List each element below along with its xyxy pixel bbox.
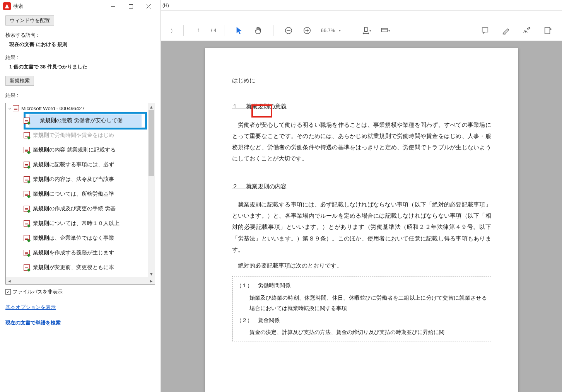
highlight-button[interactable]	[499, 23, 513, 38]
search-result-text: 業規則で労働時間や賃金をはじめ	[33, 132, 114, 139]
results-horizontal-scrollbar[interactable]: ◂ ▸	[6, 277, 155, 284]
search-result-item[interactable]: 業規則の内容は、法令及び当該事	[6, 172, 155, 187]
doc-p1: 労働者が安心して働ける明るい職場を作ることは、事業規模や業種を問わず、すべての事…	[232, 119, 491, 165]
result-pdf-icon	[24, 191, 30, 197]
page-number-input[interactable]	[191, 26, 206, 35]
fit-width-button[interactable]: ▾	[359, 23, 374, 38]
search-result-text: 業規則が変更前、変更後ともに本	[33, 264, 114, 271]
more-tools-button[interactable]	[540, 23, 555, 38]
query-label: 検索する語句 :	[5, 32, 155, 39]
result-label-b: 結果 :	[5, 92, 155, 99]
document-viewport[interactable]: はじめに １ 就業規則の意義 労働者が安心して働ける明るい職場を作ることは、事業…	[161, 41, 562, 392]
hide-filepath-checkbox[interactable]: ✓	[5, 289, 11, 295]
search-result-item[interactable]: 業規則が変更前、変更後ともに本	[6, 260, 155, 275]
search-result-text: 業規則は、企業単位ではなく事業	[33, 235, 114, 242]
result-pdf-icon	[24, 235, 30, 241]
pdf-page: はじめに １ 就業規則の意義 労働者が安心して働ける明るい職場を作ることは、事業…	[205, 48, 518, 392]
secondary-bar	[161, 11, 562, 20]
pdf-doc-icon	[13, 105, 19, 111]
menu-help[interactable]: (H)	[162, 3, 169, 8]
result-pdf-icon	[24, 147, 30, 153]
search-result-text: 業規則については、常時１０人以上	[33, 220, 120, 227]
search-result-text: 業規則に記載する事項には、必ず	[33, 161, 114, 168]
search-result-text: 業規則を作成する義務が生じます	[33, 249, 114, 256]
result-pdf-icon	[24, 118, 30, 124]
svg-rect-8	[381, 28, 387, 32]
page-display-button[interactable]: ▾	[378, 23, 392, 38]
search-result-item[interactable]: 業規則は、企業単位ではなく事業	[6, 231, 155, 245]
search-result-item[interactable]: 業規則の内容 就業規則に記載する	[6, 143, 155, 157]
minimize-button[interactable]	[104, 0, 122, 12]
result-pdf-icon	[24, 206, 30, 212]
doc-p3: 絶対的必要記載事項は次のとおりです。	[232, 260, 491, 271]
query-value: 現在の文書 における 規則	[5, 41, 155, 48]
doc-p2: 就業規則に記載する事項には、必ず記載しなければならない事項（以下「絶対的必要記載…	[232, 199, 491, 256]
result-pdf-icon	[24, 250, 30, 256]
svg-rect-7	[364, 27, 367, 31]
result-pdf-icon	[24, 264, 30, 271]
search-result-text: 業規則の内容 就業規則に記載する	[33, 147, 116, 153]
search-result-text: 業規則については、所轄労働基準	[33, 191, 114, 198]
hide-filepath-label: ファイルパスを非表示	[12, 288, 63, 295]
app-logo-icon	[3, 2, 11, 10]
select-tool-button[interactable]	[232, 23, 247, 38]
result-pdf-icon	[24, 162, 30, 168]
search-title: 検索	[13, 3, 104, 10]
chevron-down-icon[interactable]: ⌄	[7, 105, 13, 111]
zoom-out-button[interactable]	[281, 23, 296, 38]
search-result-item[interactable]: 業規則の作成及び変更の手続 労基	[6, 201, 155, 216]
scroll-up-icon[interactable]: ▴	[148, 103, 155, 110]
search-hit-marker	[251, 104, 272, 118]
search-result-item[interactable]: 業規則については、所轄労働基準	[6, 187, 155, 201]
doc-h2: ２ 就業規則の内容	[232, 181, 491, 192]
close-button[interactable]	[140, 0, 157, 12]
result-pdf-icon	[24, 132, 30, 138]
results-list: ⌄ Microsoft Word - 000496427 業規則の意義 労働者が…	[6, 103, 155, 277]
main-area: (H) ) / 4 66.7% ▾ ▾	[161, 0, 562, 41]
results-doc-node[interactable]: ⌄ Microsoft Word - 000496427	[6, 103, 155, 113]
search-in-doc-link[interactable]: 現在の文書で単語を検索	[5, 319, 155, 326]
search-result-item[interactable]: 業規則については、常時１０人以上	[6, 216, 155, 231]
new-search-button[interactable]: 新規検索	[5, 76, 34, 86]
search-result-item[interactable]: 業規則で労働時間や賃金をはじめ	[6, 128, 155, 143]
prev-something-icon[interactable]: )	[168, 23, 176, 38]
doc-box: （１） 労働時間関係 始業及び終業の時刻、休憩時間、休日、休暇並びに労働者を二組…	[232, 276, 491, 341]
svg-rect-1	[129, 4, 133, 8]
sign-button[interactable]	[519, 23, 534, 38]
scroll-thumb[interactable]	[149, 110, 154, 176]
toolbar: ) / 4 66.7% ▾ ▾	[161, 20, 562, 41]
search-titlebar: 検索	[0, 0, 161, 12]
results-box: ⌄ Microsoft Word - 000496427 業規則の意義 労働者が…	[5, 103, 155, 285]
arrange-windows-button[interactable]: ウィンドウを配置	[5, 15, 54, 26]
svg-rect-0	[111, 6, 115, 7]
search-result-item[interactable]: 業規則の意義 労働者が安心して働	[6, 113, 155, 128]
hand-tool-button[interactable]	[251, 23, 265, 38]
result-count: 1 個の文書で 38 件見つかりました	[5, 63, 155, 70]
maximize-button[interactable]	[122, 0, 140, 12]
result-pdf-icon	[24, 220, 30, 227]
search-result-item[interactable]: 業規則を作成する義務が生じます	[6, 245, 155, 260]
result-pdf-icon	[24, 176, 30, 182]
scroll-left-icon[interactable]: ◂	[6, 278, 13, 284]
scroll-right-icon[interactable]: ▸	[148, 278, 155, 284]
result-label-a: 結果 :	[5, 54, 155, 61]
basic-options-link[interactable]: 基本オプションを表示	[5, 304, 155, 311]
results-vertical-scrollbar[interactable]: ▴ ▾	[148, 103, 155, 277]
menu-bar[interactable]: (H)	[161, 0, 562, 11]
svg-rect-11	[545, 27, 550, 34]
page-total-label: / 4	[211, 27, 216, 33]
search-result-text: 業規則の意義 労働者が安心して働	[33, 117, 123, 124]
doc-intro: はじめに	[232, 75, 491, 86]
zoom-level-dropdown[interactable]: 66.7%	[318, 27, 343, 33]
hide-filepath-row[interactable]: ✓ ファイルパスを非表示	[5, 288, 155, 295]
search-panel: 検索 ウィンドウを配置 検索する語句 : 現在の文書 における 規則 結果 : …	[0, 0, 161, 392]
results-doc-name: Microsoft Word - 000496427	[21, 106, 85, 111]
comment-button[interactable]	[478, 23, 492, 38]
zoom-in-button[interactable]	[300, 23, 314, 38]
scroll-down-icon[interactable]: ▾	[148, 270, 155, 277]
search-result-text: 業規則の内容は、法令及び当該事	[33, 176, 114, 183]
search-result-text: 業規則の作成及び変更の手続 労基	[33, 205, 116, 212]
search-result-item[interactable]: 業規則に記載する事項には、必ず	[6, 157, 155, 172]
